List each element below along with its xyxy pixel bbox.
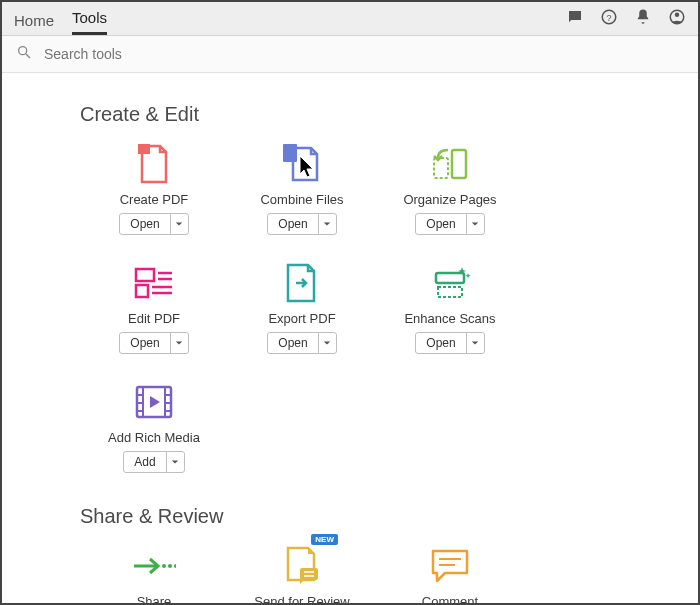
edit-pdf-icon — [130, 259, 178, 307]
organize-pages-icon — [426, 140, 474, 188]
tool-edit-pdf[interactable]: Edit PDF Open — [80, 253, 228, 354]
tool-label: Enhance Scans — [404, 311, 495, 326]
tool-combine-files[interactable]: Combine Files Open — [228, 134, 376, 235]
tool-label: Send for Review — [254, 594, 349, 605]
tab-strip: Home Tools — [14, 2, 107, 35]
tool-action-dropdown[interactable] — [466, 214, 484, 234]
combine-files-icon — [278, 140, 326, 188]
add-rich-media-icon — [130, 378, 178, 426]
send-for-review-icon — [278, 542, 326, 590]
tool-send-for-review[interactable]: NEW Send for Review Add — [228, 536, 376, 605]
create-pdf-icon — [130, 140, 178, 188]
tool-export-pdf[interactable]: Export PDF Open — [228, 253, 376, 354]
tool-action-button[interactable]: Open — [416, 214, 465, 234]
top-bar: Home Tools ? — [2, 2, 698, 36]
tool-label: Add Rich Media — [108, 430, 200, 445]
tool-action-dropdown[interactable] — [318, 333, 336, 353]
svg-point-29 — [168, 564, 172, 568]
search-icon — [16, 44, 32, 64]
tool-action-dropdown[interactable] — [166, 452, 184, 472]
section-title-create-edit: Create & Edit — [80, 103, 668, 126]
svg-rect-7 — [283, 144, 297, 162]
tool-action-split-button[interactable]: Open — [267, 213, 336, 235]
tool-action-split-button[interactable]: Open — [119, 213, 188, 235]
tools-content: Create & Edit Create PDF Open Combine Fi… — [2, 73, 698, 605]
tool-enhance-scans[interactable]: Enhance Scans Open — [376, 253, 524, 354]
export-pdf-icon — [278, 259, 326, 307]
bell-icon[interactable] — [634, 8, 652, 30]
tool-action-dropdown[interactable] — [170, 333, 188, 353]
svg-rect-9 — [434, 158, 448, 178]
tool-action-dropdown[interactable] — [466, 333, 484, 353]
svg-rect-17 — [438, 287, 462, 297]
tool-label: Organize Pages — [403, 192, 496, 207]
tool-action-button[interactable]: Open — [268, 333, 317, 353]
svg-point-28 — [162, 564, 166, 568]
tool-label: Share — [137, 594, 172, 605]
tab-tools[interactable]: Tools — [72, 9, 107, 35]
svg-line-5 — [26, 54, 30, 58]
tool-organize-pages[interactable]: Organize Pages Open — [376, 134, 524, 235]
tool-action-button[interactable]: Add — [124, 452, 165, 472]
tool-label: Export PDF — [268, 311, 335, 326]
svg-rect-8 — [452, 150, 466, 178]
search-input[interactable] — [42, 45, 342, 63]
tool-action-button[interactable]: Open — [120, 214, 169, 234]
tool-add-rich-media[interactable]: Add Rich Media Add — [80, 372, 228, 473]
comment-icon — [426, 542, 474, 590]
tool-label: Combine Files — [260, 192, 343, 207]
new-badge: NEW — [311, 534, 338, 545]
enhance-scans-icon — [426, 259, 474, 307]
tool-action-dropdown[interactable] — [170, 214, 188, 234]
tool-action-dropdown[interactable] — [318, 214, 336, 234]
tool-action-button[interactable]: Open — [416, 333, 465, 353]
svg-point-30 — [174, 564, 176, 568]
grid-create-edit: Create PDF Open Combine Files Open Organ… — [80, 134, 668, 491]
tool-label: Create PDF — [120, 192, 189, 207]
tool-label: Comment — [422, 594, 478, 605]
tool-action-split-button[interactable]: Open — [415, 332, 484, 354]
grid-share-review: Share Open NEW Send for Review Add Comme… — [80, 536, 668, 605]
section-title-share-review: Share & Review — [80, 505, 668, 528]
tool-share[interactable]: Share Open — [80, 536, 228, 605]
profile-icon[interactable] — [668, 8, 686, 30]
svg-rect-16 — [436, 273, 464, 283]
svg-text:?: ? — [606, 12, 611, 22]
top-right-icons: ? — [566, 8, 686, 30]
tool-label: Edit PDF — [128, 311, 180, 326]
chat-icon[interactable] — [566, 8, 584, 30]
tool-action-button[interactable]: Open — [120, 333, 169, 353]
tool-action-split-button[interactable]: Add — [123, 451, 184, 473]
tool-comment[interactable]: Comment Open — [376, 536, 524, 605]
svg-rect-31 — [300, 568, 318, 580]
svg-point-3 — [675, 12, 680, 17]
svg-point-4 — [19, 47, 27, 55]
tool-create-pdf[interactable]: Create PDF Open — [80, 134, 228, 235]
svg-rect-10 — [136, 269, 154, 281]
tool-action-split-button[interactable]: Open — [119, 332, 188, 354]
search-bar — [2, 36, 698, 73]
tab-home[interactable]: Home — [14, 12, 54, 35]
tool-action-split-button[interactable]: Open — [267, 332, 336, 354]
svg-rect-6 — [138, 144, 150, 154]
tool-action-button[interactable]: Open — [268, 214, 317, 234]
share-icon — [130, 542, 178, 590]
svg-rect-11 — [136, 285, 148, 297]
help-icon[interactable]: ? — [600, 8, 618, 30]
tool-action-split-button[interactable]: Open — [415, 213, 484, 235]
